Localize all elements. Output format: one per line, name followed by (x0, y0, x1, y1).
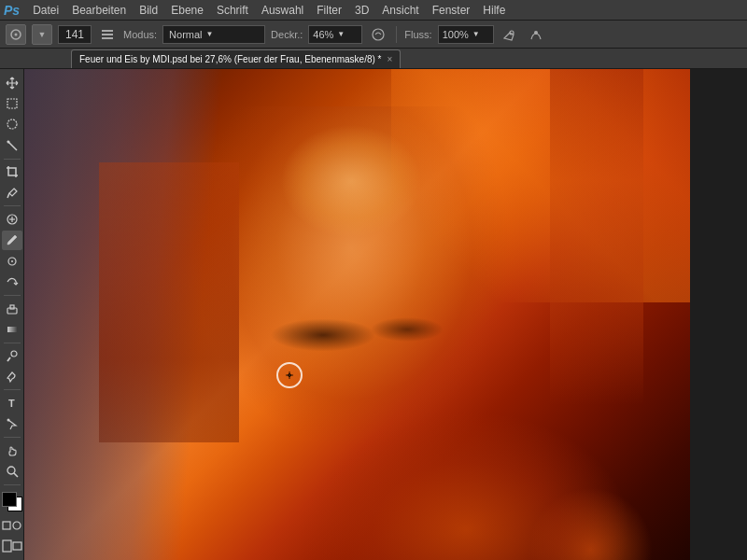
pressure-opacity-btn[interactable] (368, 24, 388, 45)
tool-screen-mode[interactable] (2, 537, 22, 556)
svg-line-22 (7, 357, 10, 361)
opacity-label: Deckr.: (271, 29, 303, 40)
tab-bar: Feuer und Eis by MDI.psd bei 27,6% (Feue… (0, 49, 747, 69)
brush-preset-picker[interactable]: ▼ (32, 24, 52, 45)
svg-rect-2 (102, 30, 113, 32)
opacity-dropdown[interactable]: 46% ▼ (308, 25, 362, 44)
tool-hand[interactable] (2, 441, 22, 460)
svg-point-1 (15, 33, 18, 35)
flow-value: 100% (443, 29, 469, 40)
menu-ebene[interactable]: Ebene (165, 2, 209, 19)
tool-spot-heal[interactable] (2, 209, 22, 229)
svg-point-25 (7, 467, 15, 474)
tool-move[interactable] (2, 73, 22, 92)
tab-close-btn[interactable]: × (388, 54, 393, 64)
menu-datei[interactable]: Datei (27, 2, 64, 19)
menu-bar: Ps Datei Bearbeiten Bild Ebene Schrift A… (0, 0, 747, 21)
flow-dropdown[interactable]: 100% ▼ (438, 25, 494, 44)
blend-mode-value: Normal (169, 29, 202, 40)
separator-t4 (4, 343, 21, 343)
tool-crop[interactable] (2, 162, 22, 182)
separator-t5 (4, 389, 21, 390)
menu-schrift[interactable]: Schrift (211, 2, 254, 19)
tool-lasso[interactable] (2, 115, 22, 134)
opacity-value: 46% (313, 29, 333, 40)
flame-depth-right (550, 69, 643, 442)
menu-filter[interactable]: Filter (311, 2, 347, 19)
svg-rect-3 (102, 34, 113, 35)
separator-t3 (4, 295, 21, 296)
menu-bearbeiten[interactable]: Bearbeiten (66, 2, 132, 19)
tool-magic-wand[interactable] (2, 135, 22, 155)
fg-color-swatch[interactable] (2, 492, 17, 507)
svg-rect-30 (13, 542, 21, 550)
svg-line-12 (7, 193, 9, 198)
app-logo: Ps (4, 3, 20, 18)
separator-t2 (4, 205, 21, 206)
svg-point-21 (11, 351, 17, 357)
tool-type[interactable]: T (2, 393, 22, 413)
tool-path-select[interactable] (2, 414, 22, 434)
tab-title: Feuer und Eis by MDI.psd bei 27,6% (Feue… (79, 54, 382, 64)
flow-label: Fluss: (404, 29, 431, 40)
mode-label: Modus: (123, 29, 157, 40)
tool-clone[interactable] (2, 251, 22, 271)
pressure-flow-btn[interactable] (526, 24, 546, 45)
separator-t1 (4, 159, 21, 160)
brush-size-input[interactable] (58, 25, 92, 44)
svg-point-7 (534, 31, 538, 35)
tool-zoom[interactable] (2, 461, 22, 481)
canvas-container (24, 69, 747, 560)
brush-options-btn[interactable] (97, 24, 118, 45)
svg-rect-20 (7, 327, 17, 332)
menu-fenster[interactable]: Fenster (427, 2, 476, 19)
color-swatches[interactable] (2, 492, 22, 511)
tool-pen[interactable] (2, 367, 22, 386)
tool-dodge[interactable] (2, 346, 22, 366)
opacity-arrow: ▼ (337, 30, 345, 38)
menu-ansicht[interactable]: Ansicht (376, 2, 424, 19)
menu-auswahl[interactable]: Auswahl (256, 2, 309, 19)
separator-1 (396, 26, 397, 43)
blend-mode-dropdown[interactable]: Normal ▼ (162, 25, 265, 44)
menu-3d[interactable]: 3D (349, 2, 374, 19)
svg-rect-8 (7, 99, 17, 108)
flow-arrow: ▼ (472, 30, 480, 38)
tool-eyedropper[interactable] (2, 183, 22, 203)
tool-history-brush[interactable] (2, 272, 22, 291)
canvas-area (24, 69, 747, 560)
svg-point-6 (510, 31, 514, 35)
airbrush-btn[interactable] (500, 24, 520, 45)
separator-t6 (4, 437, 21, 438)
svg-rect-29 (3, 540, 11, 552)
svg-point-17 (11, 260, 13, 262)
menu-bild[interactable]: Bild (134, 2, 163, 19)
tool-brush[interactable] (2, 231, 22, 250)
svg-point-9 (7, 119, 17, 129)
tool-quick-mask[interactable] (2, 515, 22, 535)
forehead-highlight (258, 125, 444, 265)
tool-eraser[interactable] (2, 299, 22, 318)
svg-point-24 (7, 419, 9, 422)
toolbar: T (0, 69, 24, 560)
main-area: T (0, 69, 747, 560)
menu-hilfe[interactable]: Hilfe (477, 2, 511, 19)
document-tab[interactable]: Feuer und Eis by MDI.psd bei 27,6% (Feue… (71, 49, 401, 68)
tool-gradient[interactable] (2, 319, 22, 339)
flame-depth-left (99, 162, 239, 442)
brush-tool-icon[interactable] (6, 24, 26, 45)
svg-point-28 (13, 522, 21, 529)
options-bar: ▼ Modus: Normal ▼ Deckr.: 46% ▼ Fluss: 1… (0, 21, 747, 49)
blend-mode-arrow: ▼ (206, 30, 214, 38)
svg-rect-27 (3, 522, 10, 529)
svg-line-26 (14, 473, 18, 477)
svg-point-5 (373, 29, 384, 40)
svg-point-11 (7, 140, 9, 143)
tool-marquee-rect[interactable] (2, 93, 22, 113)
svg-text:T: T (8, 398, 15, 409)
svg-rect-4 (102, 37, 113, 39)
separator-t7 (4, 484, 21, 485)
canvas[interactable] (24, 69, 690, 560)
